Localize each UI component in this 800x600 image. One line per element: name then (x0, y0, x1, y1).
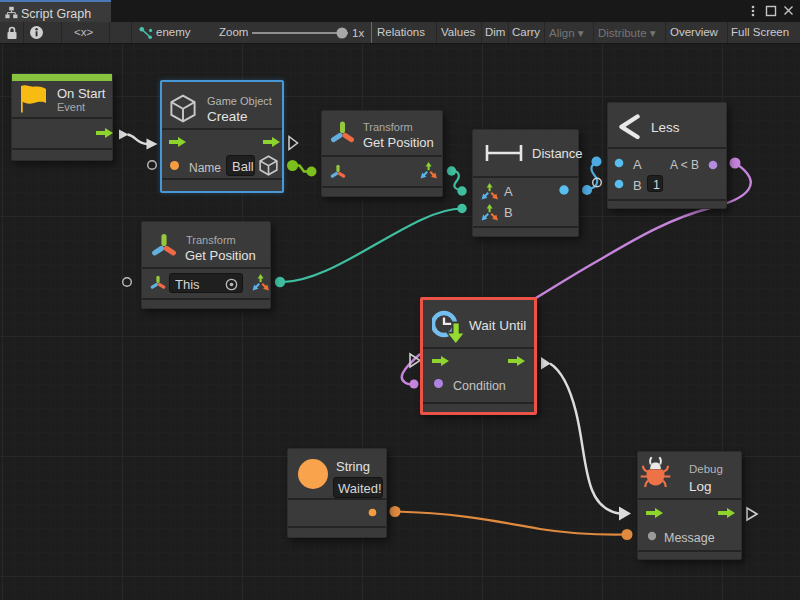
svg-text:1x: 1x (352, 27, 364, 39)
